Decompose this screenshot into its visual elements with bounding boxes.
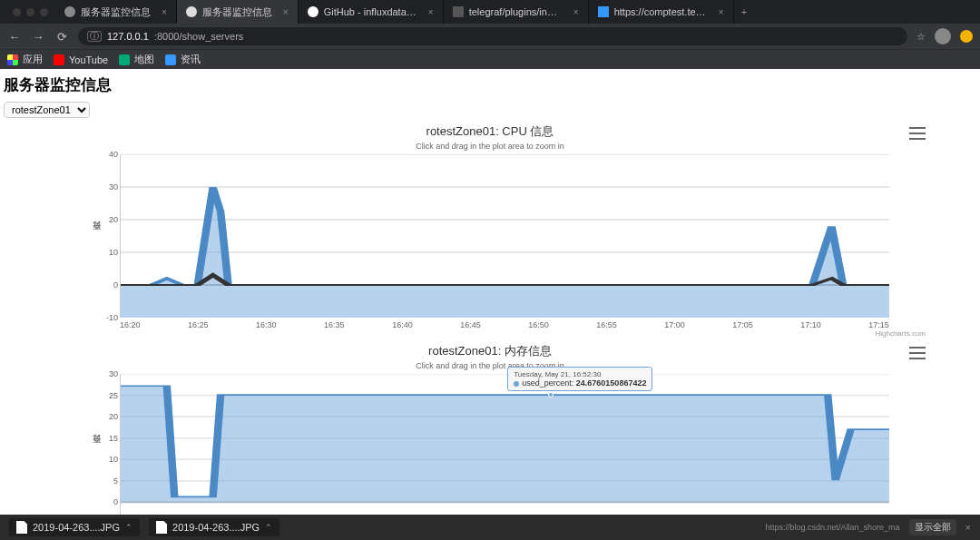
account-icon[interactable] xyxy=(960,30,973,43)
show-all-downloads[interactable]: 显示全部 xyxy=(909,519,956,535)
plot-area[interactable] xyxy=(120,154,889,318)
chart-menu-icon[interactable] xyxy=(909,127,926,140)
close-icon[interactable]: × xyxy=(283,7,289,17)
chart-menu-icon[interactable] xyxy=(909,347,926,359)
plot-area[interactable]: Tuesday, May 21, 16:52:30 used_percent: … xyxy=(120,374,889,524)
browser-tab[interactable]: GitHub - influxdata/telegraf: T × xyxy=(299,0,444,24)
svg-rect-5 xyxy=(121,285,889,318)
chart-subtitle: Click and drag in the plot area to zoom … xyxy=(91,361,889,370)
map-icon xyxy=(119,54,130,65)
browser-tabs: 服务器监控信息 × 服务器监控信息 × GitHub - influxdata/… xyxy=(0,0,980,24)
news-icon xyxy=(165,54,176,65)
reload-button[interactable]: ⟳ xyxy=(54,30,69,44)
series-bullet-icon xyxy=(514,381,519,387)
address-bar[interactable]: ⓘ 127.0.0.1:8000/show_servers xyxy=(78,27,907,45)
bookmark-youtube[interactable]: YouTube xyxy=(54,54,108,65)
youtube-icon xyxy=(54,54,64,65)
globe-icon xyxy=(186,6,197,17)
close-icon[interactable]: × xyxy=(573,7,579,17)
browser-tab[interactable]: 服务器监控信息 × xyxy=(177,0,299,24)
cpu-chart: rotestZone01: CPU 信息 Click and drag in t… xyxy=(91,123,889,338)
browser-tab[interactable]: telegraf/plugins/inputs/procst × xyxy=(444,0,589,24)
memory-chart: rotestZone01: 内存信息 Click and drag in the… xyxy=(91,343,889,540)
download-item[interactable]: 2019-04-263....JPG ⌃ xyxy=(9,518,140,536)
chart-subtitle: Click and drag in the plot area to zoom … xyxy=(91,142,889,151)
apps-icon xyxy=(7,54,18,65)
bookmark-apps[interactable]: 应用 xyxy=(7,53,43,66)
site-info-icon[interactable]: ⓘ xyxy=(87,31,102,42)
y-axis: 30 25 20 15 10 5 0 -5 xyxy=(102,374,120,524)
server-selector[interactable]: rotestZone01 xyxy=(4,102,90,118)
close-icon[interactable]: × xyxy=(162,7,167,17)
bookmark-star-icon[interactable]: ☆ xyxy=(916,31,926,43)
chart-title: rotestZone01: CPU 信息 xyxy=(91,123,889,140)
download-shelf: 2019-04-263....JPG ⌃ 2019-04-263....JPG … xyxy=(0,515,980,540)
bookmarks-bar: 应用 YouTube 地图 资讯 xyxy=(0,49,980,69)
browser-tab[interactable]: 服务器监控信息 × xyxy=(55,0,177,24)
bookmark-news[interactable]: 资讯 xyxy=(165,53,201,66)
profile-avatar[interactable] xyxy=(935,28,951,44)
close-icon[interactable]: × xyxy=(428,7,434,17)
file-icon xyxy=(156,521,167,534)
file-icon xyxy=(16,521,27,534)
chevron-up-icon[interactable]: ⌃ xyxy=(125,523,132,532)
chart-title: rotestZone01: 内存信息 xyxy=(91,343,889,359)
y-axis: 40 30 20 10 0 -10 xyxy=(102,154,120,318)
new-tab-button[interactable]: + xyxy=(734,6,754,17)
close-icon[interactable]: × xyxy=(719,7,724,17)
file-icon xyxy=(453,6,464,17)
chart-tooltip: Tuesday, May 21, 16:52:30 used_percent: … xyxy=(507,367,652,391)
chevron-up-icon[interactable]: ⌃ xyxy=(265,523,272,532)
close-icon[interactable]: × xyxy=(965,522,971,533)
download-item[interactable]: 2019-04-263....JPG ⌃ xyxy=(149,518,279,536)
status-url: https://blog.csdn.net/Allan_shore_ma xyxy=(765,523,899,532)
page-title: 服务器监控信息 xyxy=(0,69,980,99)
hover-marker xyxy=(548,392,554,398)
chart-credit[interactable]: Highcharts.com xyxy=(91,329,926,338)
back-button[interactable]: ← xyxy=(7,30,22,44)
forward-button[interactable]: → xyxy=(31,30,45,44)
browser-tab[interactable]: https://comptest.testbird.com × xyxy=(589,0,734,24)
site-icon xyxy=(598,6,609,17)
globe-icon xyxy=(64,6,75,17)
bookmark-map[interactable]: 地图 xyxy=(119,53,154,66)
window-controls[interactable] xyxy=(5,8,55,16)
x-axis: 16:2016:25 16:3016:35 16:4016:45 16:5016… xyxy=(91,318,889,329)
github-icon xyxy=(308,6,318,17)
